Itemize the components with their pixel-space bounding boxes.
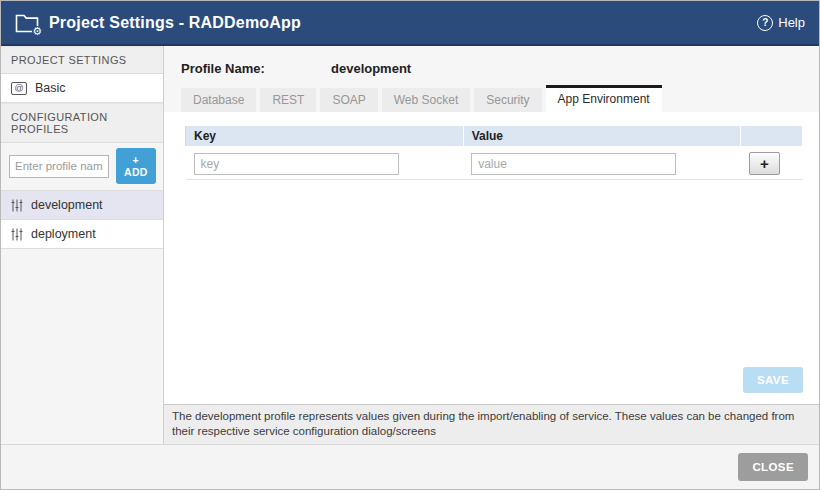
key-input[interactable] xyxy=(194,153,399,175)
sidebar-item-label: Basic xyxy=(35,81,66,95)
sliders-icon xyxy=(11,199,23,212)
sidebar-filler xyxy=(1,249,163,444)
add-profile-row: + ADD xyxy=(1,143,163,191)
column-header-actions xyxy=(741,126,803,148)
column-header-value: Value xyxy=(463,126,741,148)
key-value-table: Key Value + xyxy=(185,125,803,180)
profile-item-label: development xyxy=(31,198,103,212)
help-button[interactable]: ? Help xyxy=(757,15,805,31)
profile-name-value: development xyxy=(331,61,411,76)
dialog-body: PROJECT SETTINGS @ Basic CONFIGURATION P… xyxy=(1,46,819,444)
sliders-icon xyxy=(11,228,23,241)
profile-name-input[interactable] xyxy=(9,155,109,178)
new-entry-row: + xyxy=(186,147,803,180)
tab-bar: Database REST SOAP Web Socket Security A… xyxy=(164,85,819,112)
help-label: Help xyxy=(778,15,805,30)
configuration-profiles-heading: CONFIGURATION PROFILES xyxy=(1,103,163,143)
app-environment-panel: Key Value + SAVE xyxy=(164,112,819,404)
tab-soap[interactable]: SOAP xyxy=(320,88,377,112)
add-row-button[interactable]: + xyxy=(749,152,780,175)
tab-app-environment[interactable]: App Environment xyxy=(546,85,662,112)
tab-security[interactable]: Security xyxy=(474,88,541,112)
profile-note: The development profile represents value… xyxy=(164,404,819,444)
folder-gear-icon: ⚙ xyxy=(15,12,39,33)
column-header-key: Key xyxy=(186,126,464,148)
sidebar-item-basic[interactable]: @ Basic xyxy=(1,74,163,103)
gear-glyph: ⚙ xyxy=(32,26,42,37)
basic-window-icon: @ xyxy=(11,82,27,95)
sidebar-profile-development[interactable]: development xyxy=(1,191,163,220)
titlebar: ⚙ Project Settings - RADDemoApp ? Help xyxy=(1,1,819,46)
add-profile-button[interactable]: + ADD xyxy=(116,148,156,184)
profile-name-label: Profile Name: xyxy=(181,61,331,76)
bottom-bar: CLOSE xyxy=(1,444,819,489)
table-header-row: Key Value xyxy=(186,126,803,148)
sidebar: PROJECT SETTINGS @ Basic CONFIGURATION P… xyxy=(1,46,164,444)
tab-database[interactable]: Database xyxy=(181,88,256,112)
project-settings-heading: PROJECT SETTINGS xyxy=(1,46,163,74)
sidebar-profile-deployment[interactable]: deployment xyxy=(1,220,163,249)
help-circle-icon: ? xyxy=(757,15,773,31)
value-input[interactable] xyxy=(471,153,676,175)
close-button[interactable]: CLOSE xyxy=(738,453,808,481)
tab-rest[interactable]: REST xyxy=(260,88,316,112)
dialog-title: Project Settings - RADDemoApp xyxy=(49,14,301,32)
profile-name-row: Profile Name: development xyxy=(164,46,819,85)
save-button[interactable]: SAVE xyxy=(743,367,803,393)
main-content: Profile Name: development Database REST … xyxy=(164,46,819,444)
tab-web-socket[interactable]: Web Socket xyxy=(382,88,470,112)
profile-item-label: deployment xyxy=(31,227,96,241)
project-settings-dialog: ⚙ Project Settings - RADDemoApp ? Help P… xyxy=(0,0,820,490)
